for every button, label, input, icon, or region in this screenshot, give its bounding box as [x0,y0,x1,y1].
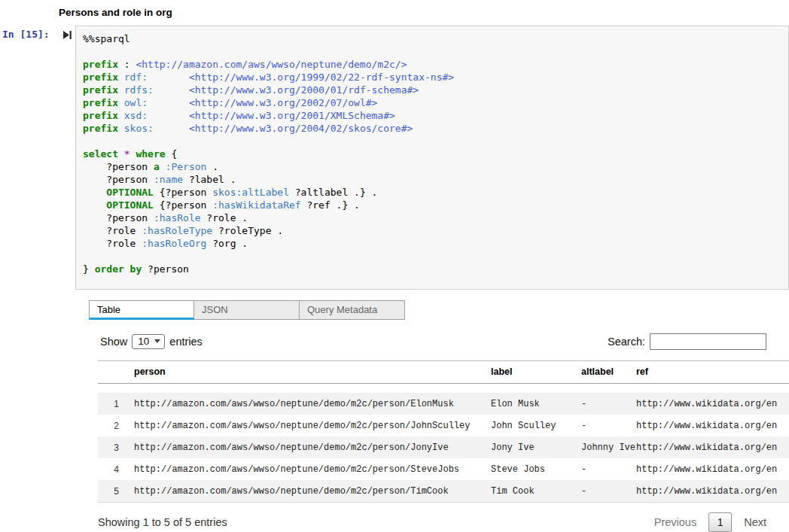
altlabel-cell: - [581,399,636,409]
table-row: 1http://amazon.com/aws/wwso/neptune/demo… [98,393,789,415]
code-token [118,97,124,108]
code-line: ?role :hasRoleOrg ?org . [83,237,782,250]
entries-info: Showing 1 to 5 of 5 entries [98,516,227,528]
code-token: ?person [83,212,154,223]
code-token: ?org . [206,238,248,249]
altlabel-cell: Johnny Ive [581,442,636,453]
code-line: prefix owl: <http://www.w3.org/2002/07/o… [83,96,782,109]
entries-select[interactable]: 10 [132,334,165,349]
entries-suffix-label: entries [169,336,203,348]
code-line [83,135,782,147]
code-line: prefix rdfs: <http://www.w3.org/2000/01/… [83,84,782,96]
code-token: ?role [83,238,142,249]
code-line [83,250,782,263]
page-number-button[interactable]: 1 [708,512,732,532]
search-control: Search: [608,333,766,350]
person-cell: http://amazon.com/aws/wwso/neptune/demo/… [134,442,491,453]
prompt-column: In [15]: [0,26,75,40]
search-input[interactable] [650,333,766,350]
code-line: prefix xsd: <http://www.w3.org/2001/XMLS… [83,109,782,122]
code-token: <http://www.w3.org/2001/XMLSchema#> [189,110,395,121]
code-token: { [166,148,178,160]
altlabel-cell: - [581,421,636,431]
previous-page-button[interactable]: Previous [654,516,696,528]
row-index-cell: 1 [98,399,119,409]
code-token: %%sparql [83,33,130,44]
altlabel-cell: - [581,464,636,475]
code-token: <http://www.w3.org/1999/02/22-rdf-syntax… [189,71,454,83]
tab-query-metadata[interactable]: Query Metadata [300,300,405,320]
code-token: :hasWikidataRef [212,199,300,211]
code-token: * [124,148,130,160]
datatable: Show 10 entries Search: person label alt… [98,333,789,532]
person-cell: http://amazon.com/aws/wwso/neptune/demo/… [134,399,491,409]
code-token: prefix [83,84,118,96]
column-header-altlabel[interactable]: altlabel [581,366,636,377]
code-token [118,123,124,134]
row-index-cell: 4 [98,464,119,475]
table-row: 3http://amazon.com/aws/wwso/neptune/demo… [98,436,789,458]
altlabel-cell: - [581,486,636,497]
code-token: :hasRole [154,212,201,223]
ref-cell: http://www.wikidata.org/en [636,421,777,431]
code-token: {?person [154,187,212,198]
step-forward-icon[interactable] [63,31,72,39]
code-token: xsd: [124,110,148,121]
code-line: ?person :name ?label . [83,173,782,186]
chevron-down-icon [154,339,160,343]
code-token: } [83,263,95,275]
code-token: ?roleType . [212,225,283,236]
code-token [154,84,189,96]
tab-table[interactable]: Table [89,300,194,320]
code-token: ?role . [201,212,248,223]
code-token: prefix [83,59,118,70]
table-row: 2http://amazon.com/aws/wwso/neptune/demo… [98,415,789,436]
code-token [148,97,189,108]
code-token: ?person [83,161,154,172]
code-token: ?label . [183,174,236,185]
code-line: OPTIONAL {?person skos:altLabel ?altlabe… [83,186,782,199]
code-line: OPTIONAL {?person :hasWikidataRef ?ref .… [83,199,782,211]
code-token: prefix [83,123,118,134]
code-token [118,71,124,83]
code-editor[interactable]: %%sparql prefix : <http://amazon.com/aws… [75,26,789,290]
tab-json[interactable]: JSON [194,300,300,320]
code-token [118,84,124,96]
entries-control: Show 10 entries [100,334,203,349]
code-token [148,110,189,121]
code-token: ?ref .} . [301,199,360,211]
code-token: ?altlabel .} . [289,187,377,198]
code-cell-row: In [15]: %%sparql prefix : <http://amazo… [0,26,789,290]
code-token: <http://www.w3.org/2002/07/owl#> [189,97,377,108]
sparql-code: %%sparql prefix : <http://amazon.com/aws… [83,32,782,275]
code-line: prefix : <http://amazon.com/aws/wwso/nep… [83,58,782,71]
ref-cell: http://www.wikidata.org/en [636,486,777,497]
table-header-row: person label altlabel ref [98,360,789,384]
code-token: ?person [83,174,154,185]
column-header-ref[interactable]: ref [636,366,648,377]
code-token [83,199,106,211]
code-token: {?person [154,199,212,211]
code-token: where [136,148,165,160]
code-line: ?person :hasRole ?role . [83,211,782,224]
code-token: order by [95,263,142,275]
input-prompt: In [15]: [2,29,50,40]
code-line [83,45,782,58]
show-label: Show [100,336,127,348]
code-token: rdfs: [124,84,154,96]
code-token: :hasRoleType [142,225,212,236]
code-token: prefix [83,97,118,108]
code-line: prefix skos: <http://www.w3.org/2004/02/… [83,122,782,135]
next-page-button[interactable]: Next [744,516,766,528]
code-token [148,71,189,83]
entries-select-value: 10 [138,336,149,347]
code-token [118,148,124,160]
query-results: Table JSON Query Metadata Show 10 entrie… [89,300,789,532]
code-token: OPTIONAL [106,199,154,211]
code-token: OPTIONAL [106,187,154,198]
column-header-label[interactable]: label [491,366,581,377]
code-line: select * where { [83,147,782,160]
results-tab-bar: Table JSON Query Metadata [89,300,789,320]
column-header-person[interactable]: person [134,366,491,377]
label-cell: Elon Musk [491,399,581,409]
